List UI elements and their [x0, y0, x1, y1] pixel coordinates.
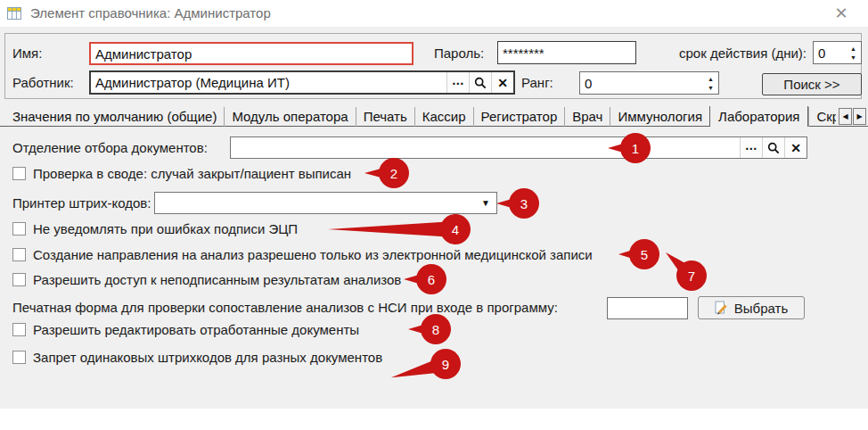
window-title: Элемент справочника: Администратор [30, 5, 271, 21]
annotation-tail-4 [328, 221, 455, 237]
annotation-marker-3: 3 [509, 188, 539, 219]
title-bar: Элемент справочника: Администратор ✕ [0, 0, 868, 27]
referral-checkbox-row: Создание направления на анализ разрешено… [12, 246, 593, 262]
printform-field-box [607, 297, 688, 319]
password-input[interactable] [498, 42, 635, 63]
tab-3[interactable]: Печать [356, 107, 414, 127]
search-button[interactable]: Поиск >> [762, 73, 862, 95]
password-label: Пароль: [434, 45, 484, 61]
tab-scroll-right-icon[interactable]: ▶ [853, 108, 866, 125]
ecp-label: Не уведомлять при ошибках подписи ЭЦП [33, 221, 298, 236]
edit-checkbox-row: Разрешить редактировать отработанные док… [12, 321, 359, 337]
svod-label: Проверка в своде: случай закрыт/пациент … [33, 166, 351, 181]
barcode-label: Запрет одинаковых штрихкодов для разных … [33, 350, 382, 365]
dept-input[interactable] [231, 137, 740, 158]
tab-1[interactable]: Значения по умолчанию (общие) [5, 107, 224, 127]
spin-down-icon[interactable]: ▼ [850, 54, 856, 61]
password-field-box [497, 41, 636, 64]
validity-label: срок действия (дни): [637, 45, 807, 61]
referral-label: Создание направления на анализ разрешено… [33, 247, 593, 262]
table-icon [7, 6, 21, 21]
validity-input[interactable] [814, 42, 846, 63]
annotation-marker-7: 7 [676, 260, 707, 291]
worker-label: Работник: [12, 75, 74, 90]
annotation-marker-9: 9 [430, 349, 461, 379]
tab-9[interactable]: Скрытые пе [808, 107, 836, 127]
printform-input[interactable] [608, 298, 687, 318]
choose-button[interactable]: Выбрать [698, 296, 805, 319]
unsigned-checkbox-row: Разрешить доступ к неподписанным результ… [12, 271, 401, 287]
ellipsis-button[interactable]: ⋯ [446, 72, 469, 93]
printer-dropdown[interactable]: ▼ [154, 192, 497, 214]
annotation-marker-5: 5 [629, 239, 659, 269]
edit-label: Разрешить редактировать отработанные док… [33, 322, 359, 337]
rank-label: Ранг: [521, 75, 553, 90]
name-label: Имя: [12, 45, 42, 61]
tab-scroll-left-icon[interactable]: ◀ [839, 108, 852, 125]
printform-label: Печатная форма для проверки сопоставлени… [12, 300, 558, 315]
svod-checkbox[interactable] [12, 167, 26, 180]
worker-buttons: ⋯ ✕ [446, 72, 513, 93]
validity-spinner[interactable]: ▲ ▼ [846, 42, 861, 63]
unsigned-label: Разрешить доступ к неподписанным результ… [33, 272, 401, 287]
close-icon[interactable]: ✕ [830, 3, 853, 24]
ecp-checkbox[interactable] [12, 222, 26, 236]
clear-icon[interactable]: ✕ [784, 137, 807, 158]
barcode-checkbox-row: Запрет одинаковых штрихкодов для разных … [12, 349, 382, 365]
dept-label: Отделение отбора документов: [12, 140, 208, 155]
rank-spinner[interactable]: ▲ ▼ [703, 72, 718, 94]
edit-page-icon [715, 301, 728, 315]
dept-buttons: ⋯ ✕ [740, 137, 807, 158]
ellipsis-button[interactable]: ⋯ [740, 137, 762, 158]
name-field-box [89, 42, 414, 65]
rank-input[interactable] [580, 72, 703, 94]
spin-down-icon[interactable]: ▼ [708, 85, 714, 91]
svod-checkbox-row: Проверка в своде: случай закрыт/пациент … [12, 165, 351, 181]
edit-checkbox[interactable] [12, 323, 26, 336]
tab-4[interactable]: Кассир [414, 107, 473, 127]
printer-label: Принтер штрих-кодов: [12, 195, 151, 211]
tab-8[interactable]: Лаборатория [709, 106, 808, 127]
validity-field-box: ▲ ▼ [813, 41, 862, 64]
clear-icon[interactable]: ✕ [491, 72, 513, 93]
spin-up-icon[interactable]: ▲ [708, 76, 714, 82]
spin-up-icon[interactable]: ▲ [850, 45, 856, 52]
annotation-marker-2: 2 [379, 158, 409, 188]
annotation-marker-4: 4 [440, 214, 471, 244]
chevron-down-icon[interactable]: ▼ [481, 198, 490, 208]
worker-field-box: ⋯ ✕ [89, 70, 515, 95]
annotation-marker-8: 8 [421, 314, 451, 344]
dept-lookup-box: ⋯ ✕ [230, 136, 807, 159]
dialog-body: Имя: Пароль: срок действия (дни): ▲ ▼ Ра… [0, 27, 868, 409]
ecp-checkbox-row: Не уведомлять при ошибках подписи ЭЦП [12, 220, 298, 236]
search-icon[interactable] [762, 137, 784, 158]
annotation-marker-1: 1 [620, 133, 651, 163]
search-icon[interactable] [469, 72, 491, 93]
tab-6[interactable]: Врач [564, 107, 610, 127]
rank-field-box: ▲ ▼ [579, 71, 719, 95]
tab-5[interactable]: Регистратор [473, 107, 565, 127]
annotation-marker-6: 6 [416, 264, 446, 294]
choose-button-label: Выбрать [734, 301, 788, 316]
unsigned-checkbox[interactable] [12, 273, 26, 286]
tab-bar: Значения по умолчанию (общие)Модуль опер… [5, 106, 836, 127]
tab-7[interactable]: Иммунология [610, 107, 709, 127]
name-input[interactable] [91, 44, 412, 63]
tab-2[interactable]: Модуль оператора [224, 107, 355, 127]
barcode-checkbox[interactable] [12, 351, 26, 364]
worker-input[interactable] [91, 72, 446, 93]
referral-checkbox[interactable] [12, 248, 26, 261]
